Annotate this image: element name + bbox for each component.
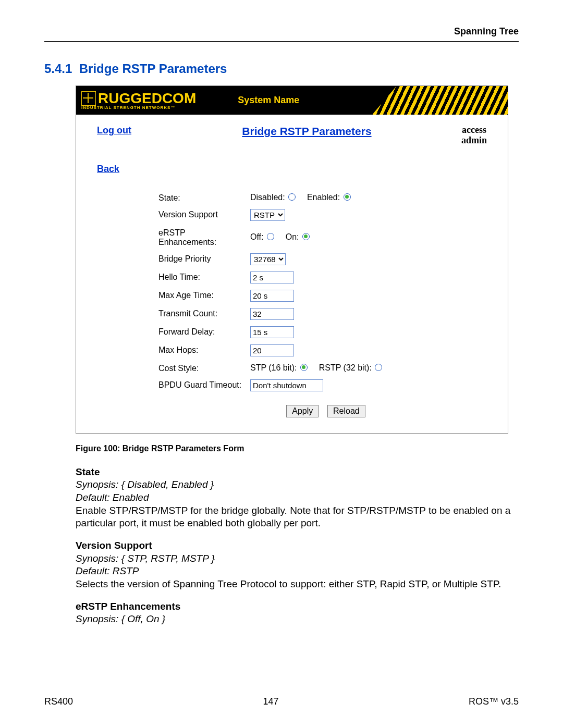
- access-line2: admin: [461, 135, 487, 146]
- header-rule: [44, 41, 519, 42]
- description-block: State Synopsis: { Disabled, Enabled } De…: [76, 466, 513, 626]
- reload-button[interactable]: Reload: [327, 405, 365, 417]
- access-badge: access admin: [461, 125, 487, 146]
- erstp-off-radio[interactable]: [267, 233, 274, 240]
- hello-input[interactable]: [250, 272, 294, 283]
- fwddelay-input[interactable]: [250, 326, 294, 338]
- section-number: 5.4.1: [44, 61, 72, 76]
- erstp-on-radio[interactable]: [302, 233, 310, 240]
- state-disabled-label: Disabled:: [250, 193, 285, 202]
- maxhops-label: Max Hops:: [154, 341, 246, 360]
- cost-stp-label: STP (16 bit):: [250, 363, 297, 372]
- doc-header-chapter: Spanning Tree: [44, 26, 519, 41]
- brand-name: RUGGEDCOM: [98, 90, 196, 106]
- state-disabled-radio[interactable]: [288, 193, 296, 201]
- txcount-label: Transmit Count:: [154, 305, 246, 323]
- footer-center: 147: [263, 696, 278, 707]
- desc-state-heading: State: [76, 466, 100, 477]
- app-body: Log out Bridge RSTP Parameters access ad…: [76, 115, 508, 433]
- desc-state-body: Enable STP/RSTP/MSTP for the bridge glob…: [76, 505, 510, 529]
- desc-version-heading: Version Support: [76, 540, 152, 551]
- footer-left: RS400: [44, 696, 73, 707]
- desc-version-body: Selects the version of Spanning Tree Pro…: [76, 578, 501, 589]
- bpdu-label: BPDU Guard Timeout:: [154, 376, 246, 394]
- desc-version-default: Default: RSTP: [76, 565, 139, 576]
- maxhops-input[interactable]: [250, 344, 294, 356]
- maxage-label: Max Age Time:: [154, 287, 246, 305]
- desc-erstp-heading: eRSTP Enhancements: [76, 601, 180, 612]
- erstp-on-label: On:: [286, 232, 299, 241]
- cost-stp-radio[interactable]: [300, 364, 308, 371]
- fwddelay-label: Forward Delay:: [154, 323, 246, 341]
- desc-version-synopsis: Synopsis: { STP, RSTP, MSTP }: [76, 553, 215, 564]
- figure-caption: Figure 100: Bridge RSTP Parameters Form: [76, 444, 519, 453]
- desc-state-default: Default: Enabled: [76, 492, 149, 503]
- screenshot-frame: RUGGEDCOM INDUSTRIAL STRENGTH NETWORKS™ …: [76, 85, 508, 434]
- rstp-form: State: Disabled: Enabled: Version Suppor…: [154, 189, 388, 394]
- txcount-input[interactable]: [250, 308, 294, 320]
- version-select[interactable]: RSTP: [250, 209, 285, 221]
- section-heading: 5.4.1 Bridge RSTP Parameters: [44, 61, 519, 76]
- bpdu-input[interactable]: [250, 379, 323, 391]
- page-title: Bridge RSTP Parameters: [131, 125, 461, 138]
- state-label: State:: [154, 189, 246, 206]
- priority-select[interactable]: 32768: [250, 253, 286, 265]
- access-line1: access: [461, 125, 487, 135]
- state-enabled-label: Enabled:: [307, 193, 340, 202]
- logo-icon: [81, 91, 96, 106]
- state-enabled-radio[interactable]: [344, 193, 351, 201]
- version-label: Version Support: [154, 206, 246, 224]
- erstp-label: eRSTP Enhancements:: [154, 224, 246, 250]
- back-link[interactable]: Back: [97, 164, 119, 174]
- decorative-stripes: [372, 86, 508, 115]
- brand-tagline: INDUSTRIAL STRENGTH NETWORKS™: [81, 106, 196, 110]
- erstp-off-label: Off:: [250, 232, 264, 241]
- maxage-input[interactable]: [250, 290, 294, 302]
- footer-right: ROS™ v3.5: [469, 696, 519, 707]
- desc-state-synopsis: Synopsis: { Disabled, Enabled }: [76, 479, 214, 490]
- cost-rstp-radio[interactable]: [375, 364, 382, 371]
- desc-erstp-synopsis: Synopsis: { Off, On }: [76, 613, 165, 624]
- system-name: System Name: [238, 95, 299, 106]
- priority-label: Bridge Priority: [154, 250, 246, 268]
- cost-rstp-label: RSTP (32 bit):: [319, 363, 372, 372]
- app-header: RUGGEDCOM INDUSTRIAL STRENGTH NETWORKS™ …: [76, 86, 508, 115]
- cost-label: Cost Style:: [154, 360, 246, 376]
- brand-logo: RUGGEDCOM INDUSTRIAL STRENGTH NETWORKS™: [81, 91, 196, 110]
- logout-link[interactable]: Log out: [97, 125, 131, 136]
- apply-button[interactable]: Apply: [286, 405, 319, 417]
- hello-label: Hello Time:: [154, 268, 246, 287]
- section-title-text: Bridge RSTP Parameters: [79, 61, 227, 76]
- page-footer: RS400 147 ROS™ v3.5: [44, 696, 519, 707]
